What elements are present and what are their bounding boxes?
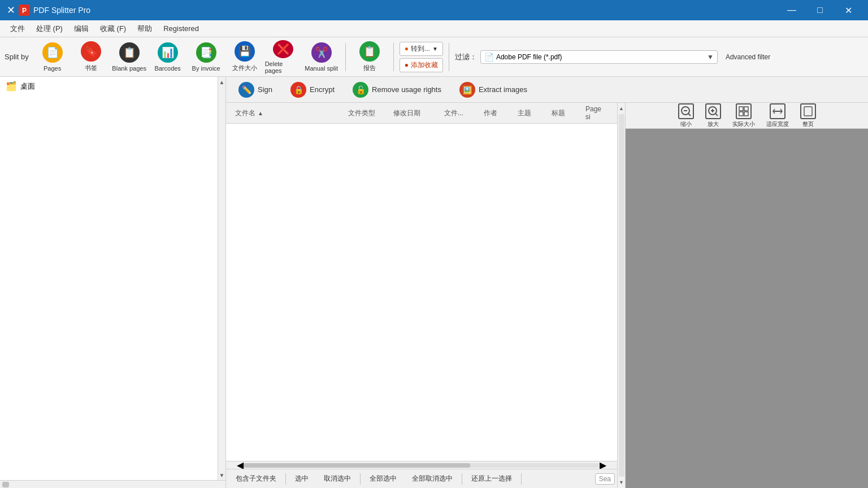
fit-width-button[interactable]: 适应宽度 (763, 103, 792, 130)
actual-size-button[interactable]: 实际大小 (729, 103, 758, 130)
col-subject[interactable]: 主题 (513, 105, 547, 121)
svg-rect-11 (739, 112, 743, 116)
tree-scrollbar: ▲ ▼ (218, 77, 225, 480)
goto-arrow-icon: ● (405, 45, 409, 53)
encrypt-icon: 🔒 (290, 82, 306, 98)
select-all-button[interactable]: 全部选中 (362, 471, 404, 486)
svg-line-4 (688, 114, 691, 116)
select-button[interactable]: 选中 (288, 471, 316, 486)
svg-rect-9 (739, 107, 743, 111)
encrypt-button[interactable]: 🔒 Encrypt (285, 79, 340, 101)
col-pages[interactable]: Page si (581, 105, 613, 121)
goto-button[interactable]: ● 转到... ▼ (400, 42, 443, 56)
preview-toolbar: 缩小 放大 (626, 103, 868, 129)
col-filename[interactable]: 文件名 ▲ (231, 105, 344, 121)
deselect-button[interactable]: 取消选中 (316, 471, 358, 486)
tree-item-desktop[interactable]: 🗂️ 桌面 (2, 79, 215, 93)
h-scroll-thumb-left[interactable] (2, 482, 9, 487)
vscroll-up-arrow[interactable]: ▲ (618, 104, 625, 113)
separator-2 (360, 473, 361, 485)
h-scroll-right-arrow[interactable]: ▶ (599, 463, 607, 468)
deselect-all-button[interactable]: 全部取消选中 (405, 471, 460, 486)
vscrollbar-files: ▲ ▼ (617, 103, 625, 488)
advanced-filter-button[interactable]: Advanced filter (721, 51, 775, 63)
maximize-button[interactable]: □ (807, 0, 833, 20)
col-filesize[interactable]: 文件... (440, 105, 479, 121)
zoom-in-icon (705, 103, 721, 119)
h-scroll-left-arrow[interactable]: ◀ (236, 463, 244, 468)
col-date[interactable]: 修改日期 (389, 105, 440, 121)
menu-item-文件[interactable]: 文件 (5, 21, 31, 36)
delete-pages-icon: ❌ (273, 40, 293, 58)
close-button[interactable]: ✕ (835, 0, 861, 20)
sign-button[interactable]: ✏️ Sign (233, 79, 278, 101)
toolbar-btn-manual-split[interactable]: ✂️ Manual split (303, 40, 340, 74)
col-author[interactable]: 作者 (479, 105, 513, 121)
extract-images-label: Extract images (479, 85, 527, 94)
filter-dropdown-icon[interactable]: ▼ (707, 53, 714, 61)
search-box[interactable]: Sea (595, 473, 615, 485)
svg-text:P: P (22, 7, 27, 15)
toolbar-divider-3 (449, 43, 449, 71)
separator-4 (521, 473, 522, 485)
delete-pages-label: Delete pages (265, 60, 301, 74)
menu-item-registered[interactable]: Registered (158, 22, 205, 35)
minimize-button[interactable]: — (779, 0, 805, 20)
manual-split-label: Manual split (305, 65, 338, 72)
zoom-out-button[interactable]: 缩小 (675, 103, 697, 130)
col-filetype[interactable]: 文件类型 (344, 105, 389, 121)
add-bookmark-button[interactable]: ● 添加收藏 (400, 58, 443, 72)
extract-images-icon: 🖼️ (459, 82, 475, 98)
goto-label: 转到... (411, 44, 430, 54)
report-icon: 📋 (359, 41, 380, 62)
toolbar-btn-report[interactable]: 📋 报告 (351, 40, 388, 74)
right-panel: ✏️ Sign 🔒 Encrypt 🔓 Remove usage rights … (226, 77, 868, 488)
menu-item-编辑[interactable]: 编辑 (68, 21, 94, 36)
bottom-action-bar: 包含子文件夹 选中 取消选中 全部选中 全部取消选中 还原上一选择 Sea (226, 469, 617, 488)
action-toolbar: ✏️ Sign 🔒 Encrypt 🔓 Remove usage rights … (226, 77, 868, 103)
h-scroll-thumb[interactable] (244, 463, 470, 468)
extract-images-button[interactable]: 🖼️ Extract images (454, 79, 533, 101)
restore-prev-button[interactable]: 还原上一选择 (464, 471, 519, 486)
remove-usage-rights-label: Remove usage rights (372, 85, 441, 94)
menu-item-收藏--f-[interactable]: 收藏 (F) (94, 21, 132, 36)
scroll-down-arrow[interactable]: ▼ (218, 470, 226, 480)
menu-item-处理--p-[interactable]: 处理 (P) (31, 21, 68, 36)
col-title[interactable]: 标题 (547, 105, 581, 121)
content-area: 文件名 ▲ 文件类型 修改日期 文件... 作者 主题 标题 Page si ◀ (226, 103, 868, 488)
pages-label: Pages (44, 65, 61, 72)
toolbar-btn-file-size[interactable]: 💾 文件大小 (227, 40, 263, 74)
zoom-in-button[interactable]: 放大 (702, 103, 724, 130)
filter-label: 过滤： (455, 52, 477, 62)
left-panel: 🗂️ 桌面 ▲ ▼ (0, 77, 226, 488)
toolbar-btn-pages[interactable]: 📄 Pages (34, 40, 71, 74)
scroll-up-arrow[interactable]: ▲ (218, 77, 226, 87)
h-scrollbar-files: ◀ ▶ (226, 461, 617, 469)
vscroll-down-arrow[interactable]: ▼ (618, 478, 625, 487)
toolbar-btn-delete-pages[interactable]: ❌ Delete pages (265, 40, 301, 74)
goto-dropdown-icon: ▼ (432, 46, 438, 52)
full-page-button[interactable]: 整页 (797, 103, 819, 130)
by-invoice-icon: 📑 (196, 42, 216, 63)
report-label: 报告 (363, 64, 376, 72)
svg-rect-14 (804, 107, 812, 116)
bookmarks-icon: 🔖 (81, 41, 101, 62)
h-scroll-track (244, 463, 599, 468)
separator (285, 473, 286, 485)
toolbar-divider-2 (393, 43, 394, 71)
toolbar-btn-bookmarks[interactable]: 🔖 书签 (73, 40, 109, 74)
toolbar-btn-by-invoice[interactable]: 📑 By invoice (188, 40, 224, 74)
preview-panel: 缩小 放大 (625, 103, 868, 488)
toolbar-btn-blank-pages[interactable]: 📋 Blank pages (111, 40, 147, 74)
remove-usage-rights-button[interactable]: 🔓 Remove usage rights (347, 79, 447, 101)
tree-item-label: 桌面 (20, 81, 35, 91)
include-subfolders-button[interactable]: 包含子文件夹 (228, 471, 284, 486)
pdf-filter-icon: 📄 (484, 53, 494, 62)
menu-item-帮助[interactable]: 帮助 (132, 21, 158, 36)
toolbar-btn-barcodes[interactable]: 📊 Barcodes (150, 40, 186, 74)
menubar: 文件处理 (P)编辑收藏 (F)帮助Registered (0, 20, 868, 37)
barcodes-icon: 📊 (158, 42, 178, 63)
sign-icon: ✏️ (238, 82, 254, 98)
blank-pages-label: Blank pages (112, 65, 146, 72)
app-logo-icon: P (19, 5, 30, 16)
